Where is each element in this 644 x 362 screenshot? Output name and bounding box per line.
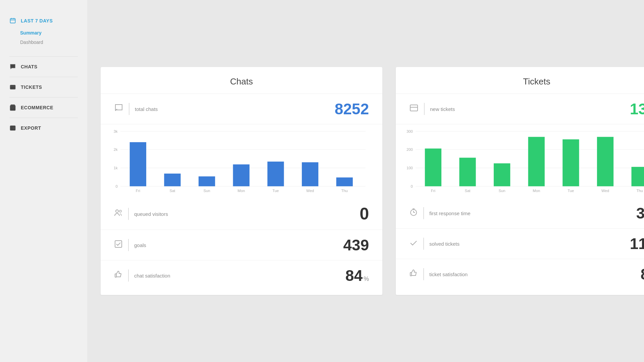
svg-text:300: 300	[407, 129, 413, 133]
solved-tickets-value: 1192	[630, 236, 644, 251]
sidebar-subitem-summary[interactable]: Summary	[0, 28, 87, 38]
svg-text:Fri: Fri	[431, 188, 435, 192]
chart-bar-tickets-sun	[494, 163, 510, 186]
total-chats-label: total chats	[135, 106, 335, 112]
first-response-value: 35	[636, 205, 644, 221]
stat-divider-new-tickets	[424, 103, 425, 115]
svg-rect-28	[410, 105, 418, 111]
chat-satisfaction-unit: %	[364, 276, 369, 283]
svg-text:200: 200	[407, 147, 413, 152]
first-response-stat: first response time 35 min	[396, 198, 644, 229]
svg-text:Fri: Fri	[136, 188, 140, 192]
ticket-satisfaction-value-group: 84 %	[641, 266, 644, 282]
chats-nav-icon	[9, 63, 16, 70]
chart-bar-tickets-wed	[597, 137, 613, 186]
users-icon	[114, 208, 123, 219]
chart-bar-mon	[233, 164, 250, 186]
sidebar-ecommerce-label: ECOMMERCE	[21, 105, 53, 110]
svg-rect-27	[115, 274, 116, 277]
svg-text:Mon: Mon	[237, 188, 245, 192]
total-chats-value: 8252	[335, 101, 369, 117]
ticket-satisfaction-stat: ticket satisfaction 84 %	[396, 259, 644, 289]
check-icon	[409, 238, 418, 249]
main-content: Chats total chats 8252 3k 2k 1k 0	[87, 0, 644, 362]
sidebar-subitem-dashboard[interactable]: Dashboard	[0, 38, 87, 47]
chart-bar-tickets-thu	[632, 167, 644, 186]
first-response-value-group: 35 min	[636, 205, 644, 221]
svg-text:Wed: Wed	[306, 188, 314, 192]
ticket-satisfaction-value: 84	[641, 266, 644, 282]
svg-text:1k: 1k	[114, 166, 118, 170]
svg-text:Wed: Wed	[601, 188, 609, 192]
svg-text:Sun: Sun	[499, 188, 505, 192]
sidebar-divider-2	[9, 77, 78, 77]
svg-text:Sat: Sat	[465, 188, 471, 192]
sidebar-period-section: LAST 7 DAYS Summary Dashboard	[0, 13, 87, 47]
svg-rect-49	[410, 273, 412, 276]
new-tickets-stat: new tickets 1386	[396, 94, 644, 124]
chart-bar-sun	[199, 176, 215, 186]
chart-bar-tickets-mon	[528, 137, 545, 186]
ticket-icon	[409, 103, 419, 115]
sidebar-divider-4	[9, 118, 78, 118]
sidebar-chats-label: CHATS	[21, 64, 38, 69]
svg-point-8	[115, 110, 116, 111]
sidebar-export-label: EXPORT	[21, 125, 41, 131]
period-icon	[9, 17, 16, 24]
tickets-chart-area: 300 200 100 0	[396, 124, 644, 198]
svg-rect-26	[115, 241, 122, 247]
svg-text:Thu: Thu	[636, 188, 643, 192]
svg-text:Tue: Tue	[272, 188, 279, 192]
svg-text:Tue: Tue	[568, 188, 574, 192]
svg-text:Sat: Sat	[170, 188, 176, 192]
new-tickets-value: 1386	[630, 101, 644, 117]
svg-text:100: 100	[407, 166, 413, 170]
solved-tickets-label: solved tickets	[429, 241, 630, 247]
sidebar-item-export[interactable]: EXPORT	[0, 121, 87, 135]
chart-bar-thu	[336, 177, 353, 186]
sidebar-item-tickets[interactable]: TICKETS	[0, 80, 87, 95]
chat-satisfaction-stat: chat satisfaction 84 %	[101, 260, 382, 291]
sidebar-item-chats[interactable]: CHATS	[0, 59, 87, 74]
chat-satisfaction-value-group: 84 %	[345, 268, 369, 283]
chat-satisfaction-label: chat satisfaction	[134, 273, 345, 279]
ecommerce-nav-icon	[9, 104, 16, 111]
chats-card-title: Chats	[101, 67, 382, 94]
chat-satisfaction-value: 84	[345, 268, 363, 283]
stat-divider-solved	[423, 238, 424, 250]
chart-bar-tickets-sat	[459, 158, 476, 186]
svg-point-24	[116, 210, 118, 213]
tickets-card-title: Tickets	[396, 67, 644, 94]
sidebar-period-item[interactable]: LAST 7 DAYS	[0, 13, 87, 28]
svg-rect-0	[10, 18, 15, 23]
goals-stat: goals 439	[101, 230, 382, 260]
new-tickets-label: new tickets	[430, 106, 630, 112]
goals-label: goals	[134, 242, 343, 248]
svg-text:0: 0	[116, 184, 118, 188]
svg-text:3k: 3k	[114, 129, 118, 133]
clock-icon	[409, 208, 418, 219]
stat-divider-queued	[128, 208, 129, 220]
sidebar: LAST 7 DAYS Summary Dashboard CHATS TICK…	[0, 0, 87, 362]
queued-visitors-value: 0	[360, 205, 369, 222]
total-chats-stat: total chats 8252	[101, 94, 382, 124]
sidebar-item-ecommerce[interactable]: ECOMMERCE	[0, 100, 87, 115]
export-nav-icon	[9, 125, 16, 131]
sidebar-tickets-label: TICKETS	[21, 84, 42, 90]
thumbup-icon	[114, 270, 123, 281]
chart-bar-tickets-tue	[562, 139, 579, 186]
period-label: LAST 7 DAYS	[21, 18, 53, 23]
svg-text:Thu: Thu	[341, 188, 347, 192]
stat-divider-response	[423, 207, 424, 219]
solved-tickets-stat: solved tickets 1192	[396, 229, 644, 259]
stat-divider-goals	[128, 239, 129, 251]
tickets-bar-chart: 300 200 100 0	[402, 128, 644, 195]
tickets-card: Tickets new tickets 1386 300 200 100 0	[396, 67, 644, 295]
first-response-label: first response time	[429, 210, 636, 216]
chart-bar-tickets-fri	[425, 148, 441, 186]
thumbup-ticket-icon	[409, 269, 418, 280]
chart-bar-tue	[267, 162, 284, 186]
svg-text:Sun: Sun	[204, 188, 210, 192]
stat-divider-ticket-satisfaction	[423, 268, 424, 280]
queued-visitors-label: queued visitors	[134, 211, 360, 217]
